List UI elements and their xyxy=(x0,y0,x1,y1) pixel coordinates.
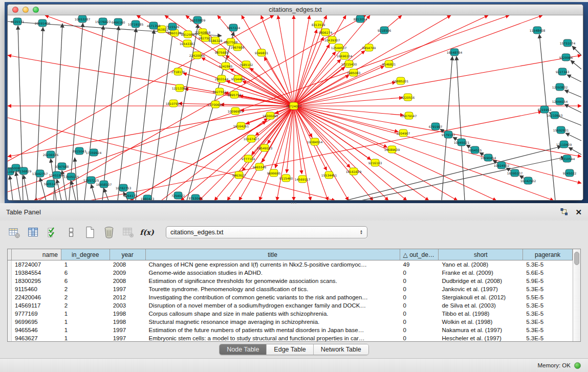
table-row[interactable]: 969969511998Structural magnetic resonanc… xyxy=(8,318,573,326)
table-row[interactable]: 946554611997Estimation of the future num… xyxy=(8,326,573,334)
table-cell: 1998 xyxy=(110,318,146,326)
table-cell: 0 xyxy=(400,310,439,318)
table-cell: Wolkin et al. (1998) xyxy=(439,318,523,326)
network-canvas[interactable]: 1872400718300295193845547963822886012889… xyxy=(8,15,583,200)
table-row[interactable]: 1872400712008Changes of HCN gene express… xyxy=(8,260,573,269)
new-table-icon[interactable] xyxy=(84,226,96,238)
graph-edge xyxy=(91,184,96,200)
graph-node-label: 16958107 xyxy=(96,183,112,186)
table-row[interactable]: 946362711997Embryonic stem cells: a mode… xyxy=(8,334,573,341)
function-builder-icon[interactable]: f(x) xyxy=(141,226,153,238)
graph-node-label: 20206576 xyxy=(43,153,59,157)
graph-node-label: 8313519 xyxy=(312,23,325,27)
graph-node-label: 20691406 xyxy=(35,21,51,25)
column-header-out_de[interactable]: △ out_de… xyxy=(400,249,439,260)
column-header-name[interactable]: name xyxy=(12,249,61,260)
row-header xyxy=(8,318,12,326)
column-header-title[interactable]: title xyxy=(146,249,400,260)
row-header xyxy=(8,260,12,269)
table-row[interactable]: 2242004622012Investigating the contribut… xyxy=(8,293,573,301)
close-panel-icon[interactable]: ✕ xyxy=(575,208,582,216)
table-cell: 5.3E-5 xyxy=(523,260,573,269)
import-table-icon[interactable] xyxy=(122,226,134,238)
graph-node-label: 9349831 xyxy=(255,51,269,55)
graph-node-label: 13942757 xyxy=(32,172,48,176)
table-cell: 22420046 xyxy=(12,293,61,301)
graph-node-label: 9054515 xyxy=(468,148,482,152)
table-row[interactable]: 1938455462009Genome-wide association stu… xyxy=(8,269,573,277)
graph-node-label: 9154469 xyxy=(231,77,245,81)
column-header-in_degree[interactable]: in_degree xyxy=(61,249,110,260)
panel-splitter-handle[interactable] xyxy=(290,201,297,205)
table-cell: 9465546 xyxy=(12,326,61,334)
table-cell: Nakamura et al. (1997) xyxy=(439,326,523,334)
graph-node-label: 8813054 xyxy=(354,17,367,21)
tab-node-table[interactable]: Node Table xyxy=(220,344,267,355)
row-header xyxy=(8,269,12,277)
graph-edge xyxy=(16,172,20,200)
table-row[interactable]: 911546021997Tourette syndrome. Phenomeno… xyxy=(8,285,573,293)
select-all-columns-icon[interactable] xyxy=(46,226,58,238)
table-cell: 1 xyxy=(61,334,110,341)
table-cell: 0 xyxy=(400,269,439,277)
table-cell: 18300295 xyxy=(12,277,61,285)
table-cell: 9699695 xyxy=(12,318,61,326)
table-settings-icon[interactable] xyxy=(8,226,20,238)
graph-node-label: 8753049 xyxy=(189,196,203,200)
table-cell: Franke et al. (2009) xyxy=(439,269,523,277)
table-cell: Hescheler et al. (1997) xyxy=(439,334,523,341)
graph-edge xyxy=(166,24,198,200)
graph-node-label: 17957225 xyxy=(83,179,99,182)
column-header-pagerank[interactable]: pagerank xyxy=(523,249,573,260)
graph-node-label: 9146821 xyxy=(382,62,396,66)
graph-node-label: 6791907 xyxy=(429,125,443,128)
row-height-icon[interactable] xyxy=(65,226,77,238)
table-cell: 1 xyxy=(61,310,110,318)
table-row[interactable]: 1456911722003Disruption of a novel membe… xyxy=(8,301,573,310)
graph-node-label: 8912954 xyxy=(181,33,195,36)
table-cell: Embryonic stem cells: a model to study s… xyxy=(146,334,400,341)
float-panel-icon[interactable] xyxy=(560,208,568,215)
delete-table-icon[interactable] xyxy=(103,226,115,238)
table-tabs-bar: Node TableEdge TableNetwork Table xyxy=(0,344,588,355)
graph-edge xyxy=(294,106,302,174)
graph-node-label: 9777169 xyxy=(242,157,255,161)
graph-node-label: 16543382 xyxy=(180,42,195,46)
network-window[interactable]: citations_edges.txt 18724007183002951938… xyxy=(7,4,583,201)
graph-node-label: 16210643 xyxy=(547,114,563,117)
graph-node-label: 14569117 xyxy=(295,178,311,181)
graph-node-label: 15534451 xyxy=(321,173,337,177)
graph-node-label: 15751074 xyxy=(560,41,576,45)
table-cell: Changes of HCN gene expression and I(f) … xyxy=(146,260,400,269)
table-panel: Table Panel ✕ xyxy=(0,203,588,372)
table-row[interactable]: 977716911998Corpus callosum shape and si… xyxy=(8,310,573,318)
graph-node-label: 9397588 xyxy=(55,165,69,168)
graph-edge xyxy=(571,60,581,69)
table-row[interactable]: 1830029562008Estimation of significance … xyxy=(8,277,573,285)
table-cell: Tibbo et al. (1998) xyxy=(439,310,523,318)
scrollbar-thumb[interactable] xyxy=(574,252,579,265)
table-toolbar: f(x) citations_edges.txt ▲▼ xyxy=(0,221,588,244)
graph-edge xyxy=(294,106,350,168)
graph-node-label: 10719185 xyxy=(128,23,144,26)
graph-node-label: 4671358 xyxy=(147,24,161,28)
table-cell: Corpus callosum shape and size in male p… xyxy=(146,310,400,318)
window-titlebar[interactable]: citations_edges.txt xyxy=(8,5,583,15)
table-cell: 1 xyxy=(61,326,110,334)
tab-edge-table[interactable]: Edge Table xyxy=(267,344,313,355)
show-columns-icon[interactable] xyxy=(27,226,39,238)
column-header-short[interactable]: short xyxy=(439,249,523,260)
graph-node-label: 10096951 xyxy=(228,110,244,113)
row-header xyxy=(8,301,12,310)
column-header-year[interactable]: year xyxy=(110,249,146,260)
table-cell: 5.3E-5 xyxy=(523,285,573,293)
graph-node-label: 18549123 xyxy=(257,146,273,150)
graph-edge xyxy=(294,15,542,106)
table-cell: 2 xyxy=(61,285,110,293)
table-selector-dropdown[interactable]: citations_edges.txt ▲▼ xyxy=(166,226,367,238)
table-cell: 0 xyxy=(400,301,439,310)
table-vertical-scrollbar[interactable] xyxy=(573,249,580,341)
tab-network-table[interactable]: Network Table xyxy=(314,344,368,355)
table-cell: 5.5E-5 xyxy=(523,293,573,301)
graph-node-label: 22420046 xyxy=(189,54,205,57)
